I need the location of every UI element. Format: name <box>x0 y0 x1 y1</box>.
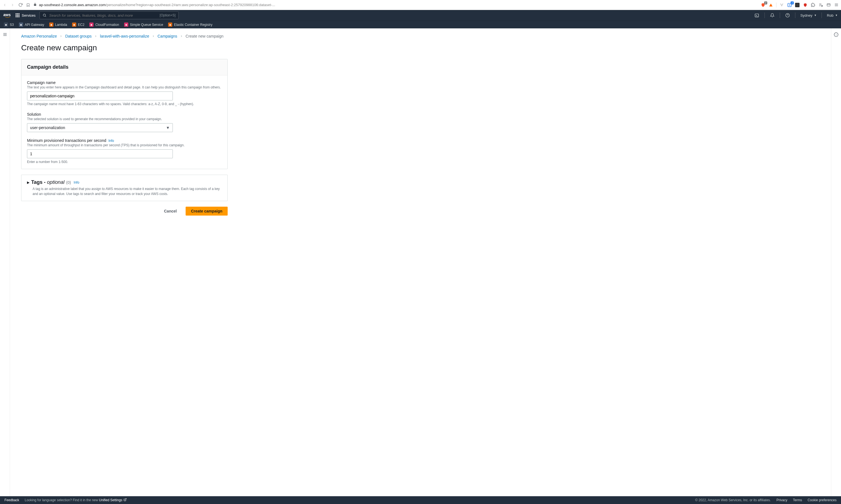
aws-logo[interactable]: aws <box>3 13 12 18</box>
react-icon[interactable]: ⚛ <box>795 2 800 7</box>
devtools-icon[interactable]: 2 <box>787 2 792 7</box>
create-campaign-button[interactable]: Create campaign <box>186 207 228 216</box>
shortcut-label: API Gateway <box>25 23 44 27</box>
back-icon[interactable] <box>2 2 7 7</box>
terms-link[interactable]: Terms <box>793 498 802 502</box>
shortcut-sqs[interactable]: ◆Simple Queue Service <box>124 22 163 27</box>
action-buttons: Cancel Create campaign <box>21 207 228 216</box>
forward-icon[interactable] <box>10 2 15 7</box>
breadcrumb-link[interactable]: Dataset groups <box>65 34 91 38</box>
tps-input[interactable] <box>27 149 173 158</box>
lock-icon <box>33 3 37 7</box>
svg-rect-16 <box>19 15 20 16</box>
chevron-down-icon: ▼ <box>814 14 817 17</box>
shortcut-label: Elastic Container Registry <box>174 23 212 27</box>
ublock-icon[interactable] <box>803 2 808 7</box>
services-button[interactable]: Services <box>16 13 36 18</box>
brave-shield-icon[interactable]: 2 <box>760 2 766 7</box>
chevron-right-icon <box>94 34 97 38</box>
svg-line-32 <box>125 499 126 500</box>
browser-toolbar: ap-southeast-2.console.aws.amazon.com/pe… <box>0 0 841 10</box>
field-label: Minimum provisioned transactions per sec… <box>27 138 222 143</box>
svg-rect-18 <box>17 16 18 18</box>
service-icon: ◆ <box>124 22 128 27</box>
extension-icons: 2 2 ⚛ <box>760 2 839 7</box>
copyright-text: © 2022, Amazon Web Services, Inc. or its… <box>695 498 771 502</box>
shortcut-ec2[interactable]: ◆EC2 <box>72 22 84 27</box>
service-icon: ◆ <box>72 22 76 27</box>
vue-icon[interactable] <box>779 2 784 7</box>
search-icon <box>42 13 47 17</box>
chevron-down-icon: ▼ <box>835 14 838 17</box>
svg-rect-22 <box>755 14 759 17</box>
hamburger-icon[interactable] <box>3 32 7 496</box>
info-link[interactable]: Info <box>74 181 79 184</box>
search-box[interactable]: [Option+S] <box>39 12 179 19</box>
extensions-icon[interactable] <box>810 2 816 7</box>
shortcut-s3[interactable]: ◆S3 <box>4 22 14 27</box>
language-hint: Looking for language selection? Find it … <box>25 498 127 502</box>
user-menu[interactable]: Rob▼ <box>827 13 838 18</box>
field-solution: Solution The selected solution is used t… <box>27 112 222 132</box>
svg-marker-4 <box>822 5 823 7</box>
chevron-right-icon <box>59 34 62 38</box>
separator <box>776 2 776 7</box>
privacy-link[interactable]: Privacy <box>776 498 787 502</box>
chevron-right-icon <box>152 34 155 38</box>
feedback-link[interactable]: Feedback <box>4 498 19 502</box>
main-content: Amazon PersonalizeDataset groupslaravel-… <box>10 29 831 496</box>
field-help: Enter a number from 1-500. <box>27 160 222 164</box>
cookies-link[interactable]: Cookie preferences <box>808 498 837 502</box>
breadcrumb-link[interactable]: Campaigns <box>158 34 177 38</box>
page-title: Create new campaign <box>21 43 820 52</box>
region-selector[interactable]: Sydney▼ <box>800 13 817 18</box>
shortcut-label: CloudFormation <box>95 23 119 27</box>
playlist-icon[interactable] <box>818 2 823 7</box>
cloudshell-icon[interactable] <box>754 13 759 18</box>
panel-title: Campaign details <box>27 64 222 70</box>
solution-select[interactable]: user-personalization ▼ <box>27 123 173 132</box>
right-rail <box>831 29 841 496</box>
breadcrumb-link[interactable]: Amazon Personalize <box>21 34 57 38</box>
expand-caret-icon[interactable]: ▶ <box>27 181 30 184</box>
tab-icon[interactable] <box>826 2 831 7</box>
service-icon: ◆ <box>168 22 172 27</box>
select-value: user-personalization <box>30 125 65 130</box>
help-icon[interactable] <box>785 13 790 18</box>
service-icon: ◆ <box>4 22 8 27</box>
svg-rect-11 <box>16 13 17 15</box>
shortcut-label: S3 <box>10 23 14 27</box>
field-description: The selected solution is used to generat… <box>27 117 222 121</box>
unified-settings-link[interactable]: Unified Settings <box>99 498 127 502</box>
chevron-down-icon: ▼ <box>166 125 170 130</box>
services-label: Services <box>22 13 36 18</box>
address-bar[interactable]: ap-southeast-2.console.aws.amazon.com/pe… <box>33 3 758 7</box>
field-tps: Minimum provisioned transactions per sec… <box>27 138 222 164</box>
field-description: The text you enter here appears in the C… <box>27 85 222 89</box>
cancel-button[interactable]: Cancel <box>159 207 182 216</box>
svg-rect-15 <box>17 15 18 16</box>
left-rail <box>0 29 10 496</box>
svg-marker-10 <box>10 17 10 17</box>
svg-rect-19 <box>19 16 20 18</box>
search-input[interactable] <box>49 13 157 18</box>
menu-icon[interactable] <box>834 2 839 7</box>
notifications-icon[interactable] <box>770 13 775 18</box>
service-icon: ◆ <box>49 22 53 27</box>
info-link[interactable]: Info <box>108 139 114 143</box>
shortcut-cfn[interactable]: ◆CloudFormation <box>89 22 119 27</box>
info-icon[interactable] <box>834 32 839 496</box>
bookmark-icon[interactable] <box>25 2 31 7</box>
shortcut-label: Lambda <box>55 23 67 27</box>
reload-icon[interactable] <box>18 2 23 7</box>
breadcrumb-link[interactable]: laravel-with-aws-personalize <box>100 34 149 38</box>
chevron-right-icon <box>180 34 183 38</box>
breadcrumb-current: Create new campaign <box>186 34 224 38</box>
campaign-name-input[interactable] <box>27 91 173 101</box>
shortcut-ecr[interactable]: ◆Elastic Container Registry <box>168 22 212 27</box>
svg-rect-17 <box>16 16 17 18</box>
shortcut-lambda[interactable]: ◆Lambda <box>49 22 67 27</box>
shortcut-apigw[interactable]: ◆API Gateway <box>19 22 44 27</box>
svg-rect-13 <box>19 13 20 15</box>
triangle-icon[interactable] <box>768 2 773 7</box>
